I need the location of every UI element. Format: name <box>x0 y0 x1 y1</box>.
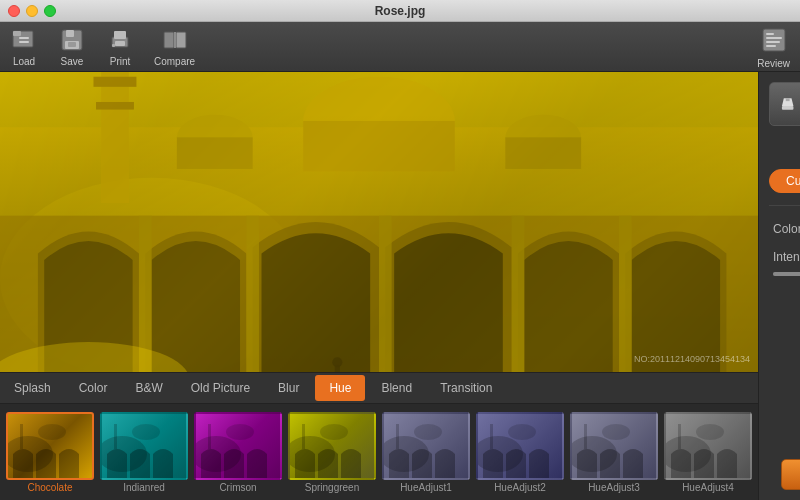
edit-splash-button[interactable]: Edit Splash Effect <box>769 82 800 126</box>
svg-rect-10 <box>115 41 125 46</box>
window-title: Rose.jpg <box>375 4 426 18</box>
thumbnail-hueadjust2[interactable]: HueAdjust2 <box>476 412 564 493</box>
toolbar: Load Save Print <box>0 22 800 72</box>
svg-rect-2 <box>19 37 29 39</box>
minimize-button[interactable] <box>26 5 38 17</box>
svg-point-41 <box>332 357 342 367</box>
effect-tab-color[interactable]: Color <box>65 372 122 404</box>
slider-fill <box>773 272 800 276</box>
svg-point-62 <box>602 424 630 440</box>
effect-tab-splash[interactable]: Splash <box>0 372 65 404</box>
svg-rect-28 <box>303 121 455 172</box>
svg-rect-15 <box>763 29 785 51</box>
compare-icon <box>161 26 189 54</box>
effect-tab-oldpicture[interactable]: Old Picture <box>177 372 264 404</box>
svg-rect-18 <box>766 41 780 43</box>
apply-button[interactable]: Apply <box>781 459 800 490</box>
svg-rect-3 <box>19 41 29 43</box>
thumbnail-springgreen[interactable]: Springgreen <box>288 412 376 493</box>
thumbnail-label-crimson: Crimson <box>219 482 256 493</box>
svg-rect-36 <box>379 216 392 372</box>
right-panel: Edit Splash Effect Adjust CurrentBasic C… <box>758 72 800 500</box>
color-label: Color <box>773 222 800 236</box>
thumbnail-label-chocolate: Chocolate <box>27 482 72 493</box>
effect-tab-blend[interactable]: Blend <box>367 372 426 404</box>
svg-point-59 <box>508 424 536 440</box>
thumbnail-label-springgreen: Springgreen <box>305 482 359 493</box>
adjust-tab-current[interactable]: Current <box>769 169 800 193</box>
pencil-icon <box>780 96 795 112</box>
slider-row: 1.00 <box>773 268 800 280</box>
svg-rect-13 <box>176 32 186 48</box>
svg-rect-17 <box>766 37 782 39</box>
svg-rect-23 <box>101 72 129 203</box>
divider <box>769 205 800 206</box>
print-icon <box>106 26 134 54</box>
review-button[interactable]: Review <box>757 24 790 69</box>
image-area: NO:20111214090713454134 <box>0 72 758 372</box>
svg-point-47 <box>132 424 160 440</box>
thumbnail-label-hueadjust3: HueAdjust3 <box>588 482 640 493</box>
watermark: NO:20111214090713454134 <box>634 354 750 364</box>
intensity-row: Intensity 1.00 <box>769 250 800 280</box>
thumbnail-img-indianred <box>100 412 188 480</box>
svg-rect-37 <box>512 216 525 372</box>
svg-rect-7 <box>68 42 76 47</box>
intensity-slider-track[interactable] <box>773 272 800 276</box>
title-bar: Rose.jpg <box>0 0 800 22</box>
thumbnail-img-hueadjust3 <box>570 412 658 480</box>
svg-point-50 <box>226 424 254 440</box>
left-panel: NO:20111214090713454134 SplashColorB&WOl… <box>0 72 758 500</box>
thumbnail-hueadjust4[interactable]: HueAdjust4 <box>664 412 752 493</box>
effect-tabs: SplashColorB&WOld PictureBlurHueBlendTra… <box>0 372 758 404</box>
svg-rect-35 <box>246 216 259 372</box>
svg-rect-26 <box>96 102 134 110</box>
svg-rect-5 <box>66 30 74 37</box>
maximize-button[interactable] <box>44 5 56 17</box>
svg-rect-19 <box>766 45 776 47</box>
thumbnail-img-chocolate <box>6 412 94 480</box>
thumbnail-hueadjust1[interactable]: HueAdjust1 <box>382 412 470 493</box>
svg-point-56 <box>414 424 442 440</box>
save-icon <box>58 26 86 54</box>
color-row: Color <box>769 218 800 240</box>
thumbnail-img-hueadjust4 <box>664 412 752 480</box>
load-button[interactable]: Load <box>10 26 38 67</box>
intensity-label: Intensity <box>773 250 800 264</box>
main-image: NO:20111214090713454134 <box>0 72 758 372</box>
svg-point-53 <box>320 424 348 440</box>
compare-button[interactable]: Compare <box>154 26 195 67</box>
thumbnail-img-springgreen <box>288 412 376 480</box>
effect-tab-blur[interactable]: Blur <box>264 372 313 404</box>
thumbnail-crimson[interactable]: Crimson <box>194 412 282 493</box>
thumbnail-img-crimson <box>194 412 282 480</box>
svg-point-44 <box>38 424 66 440</box>
review-icon <box>758 24 790 56</box>
arch-container <box>0 72 758 372</box>
svg-rect-66 <box>782 106 794 110</box>
mosque-svg <box>0 72 758 372</box>
svg-rect-12 <box>164 32 174 48</box>
svg-rect-16 <box>766 33 774 35</box>
svg-rect-38 <box>619 216 632 372</box>
svg-rect-11 <box>112 44 115 47</box>
thumbnail-img-hueadjust2 <box>476 412 564 480</box>
effect-tab-hue[interactable]: Hue <box>315 375 365 401</box>
close-button[interactable] <box>8 5 20 17</box>
svg-point-65 <box>696 424 724 440</box>
effect-tab-transition[interactable]: Transition <box>426 372 506 404</box>
thumbnail-chocolate[interactable]: Chocolate <box>6 412 94 493</box>
save-button[interactable]: Save <box>58 26 86 67</box>
thumbnail-label-hueadjust1: HueAdjust1 <box>400 482 452 493</box>
adjust-title: Adjust <box>769 140 800 155</box>
main-content: NO:20111214090713454134 SplashColorB&WOl… <box>0 72 800 500</box>
svg-rect-25 <box>93 77 136 87</box>
thumbnails-row: Chocolate Indianred Crimson Springgreen … <box>0 404 758 500</box>
print-button[interactable]: Print <box>106 26 134 67</box>
thumbnail-indianred[interactable]: Indianred <box>100 412 188 493</box>
svg-rect-68 <box>786 98 790 101</box>
thumbnail-hueadjust3[interactable]: HueAdjust3 <box>570 412 658 493</box>
svg-rect-32 <box>505 137 581 169</box>
thumbnail-label-indianred: Indianred <box>123 482 165 493</box>
effect-tab-bw[interactable]: B&W <box>121 372 176 404</box>
